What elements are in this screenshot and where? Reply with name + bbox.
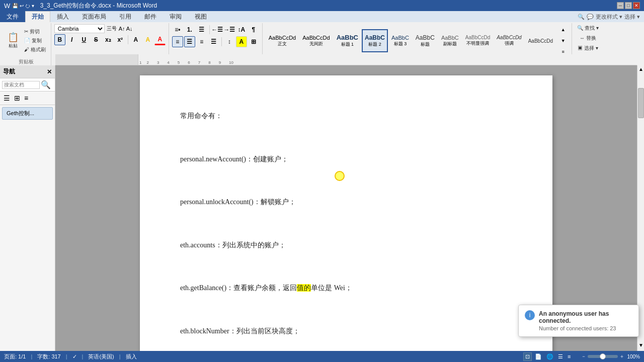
minimize-button[interactable]: ─ <box>617 2 624 9</box>
numbering-button[interactable]: 1. <box>184 24 195 35</box>
cut-button[interactable]: ✂ 剪切 <box>22 28 48 36</box>
zoom-slider[interactable] <box>588 355 618 358</box>
horizontal-ruler: 1 2 3 4 5 6 7 8 9 10 <box>55 54 637 65</box>
nav-doc-item[interactable]: Geth控制... <box>2 107 53 120</box>
doc-line-11: eth.blockNumber：列出当前区块高度； <box>180 321 512 342</box>
zoom-in-button[interactable]: ＋ <box>619 353 624 360</box>
font-name-select[interactable]: Cambria <box>54 24 105 33</box>
view-web-layout[interactable]: 🌐 <box>545 353 555 360</box>
view-outline[interactable]: ☰ <box>556 353 565 360</box>
multilevel-button[interactable]: ☰ <box>196 24 207 35</box>
ribbon-help[interactable]: 更改样式 ▾ <box>596 13 622 21</box>
navigation-panel: 导航 ✕ 🔍 ☰ ⊞ ≡ Geth控制... <box>0 65 55 351</box>
paste-button[interactable]: 📋 粘贴 <box>5 28 21 54</box>
bullets-button[interactable]: ≡• <box>172 24 183 35</box>
style-h3[interactable]: AaBbC 标题 3 <box>388 29 412 52</box>
bold-button[interactable]: B <box>54 34 65 45</box>
window-controls[interactable]: ─ □ ✕ <box>617 2 640 9</box>
status-sep3: | <box>82 353 84 359</box>
justify-button[interactable]: ☰ <box>208 36 219 47</box>
view-full-reading[interactable]: 📄 <box>533 353 543 360</box>
close-button[interactable]: ✕ <box>633 2 640 9</box>
border-button[interactable]: ⊞ <box>248 36 259 47</box>
spell-check-icon: ✓ <box>72 353 77 360</box>
status-language: 英语(美国) <box>88 353 114 360</box>
format-painter-button[interactable]: 🖌 格式刷 <box>22 46 48 54</box>
style-subtitle[interactable]: AaBbC 副标题 <box>438 29 462 52</box>
align-center-button[interactable]: ☰ <box>184 36 195 47</box>
style-emphasis[interactable]: AaBbCcDd 强调 <box>494 29 524 52</box>
line-spacing-button[interactable]: ↕ <box>224 36 235 47</box>
style-title[interactable]: AaBbC 标题 <box>413 29 438 52</box>
clipboard-buttons: 📋 粘贴 ✂ 剪切 📄 复制 🖌 格式刷 <box>5 24 48 57</box>
font-shrink-icon[interactable]: A↓ <box>126 26 133 32</box>
word-icon: W <box>4 2 10 10</box>
tab-review[interactable]: 审阅 <box>163 11 188 22</box>
style-intense[interactable]: AaBbCcDd <box>525 29 556 52</box>
tab-mail[interactable]: 邮件 <box>138 11 163 22</box>
status-sep2: | <box>66 353 67 359</box>
view-draft[interactable]: ≡ <box>566 353 572 360</box>
align-right-button[interactable]: ≡ <box>196 36 207 47</box>
find-button[interactable]: 🔍 查找 ▾ <box>575 24 601 32</box>
status-sep1: | <box>31 353 32 359</box>
underline-button[interactable]: U <box>78 34 90 45</box>
strikethrough-button[interactable]: S <box>91 34 102 45</box>
text-effects-button[interactable]: A <box>130 34 141 45</box>
nav-results-btn[interactable]: ≡ <box>23 93 30 104</box>
nav-view-buttons: ☰ ⊞ ≡ <box>0 92 55 105</box>
scrollbar-thumb[interactable] <box>638 88 644 118</box>
sort-button[interactable]: ↕A <box>236 24 247 35</box>
style-no-spacing[interactable]: AaBbCcDd 无间距 <box>299 29 333 52</box>
align-left-button[interactable]: ≡ <box>172 36 183 47</box>
italic-button[interactable]: I <box>66 34 77 45</box>
status-page: 页面: 1/1 <box>4 353 26 360</box>
increase-indent-button[interactable]: →☰ <box>224 24 235 35</box>
view-print-layout[interactable]: ⊡ <box>523 352 532 361</box>
title-bar-left: W 💾 ↩ ⭮ ▾ 3_3_Geth控制台命令.docx - Microsoft… <box>4 2 157 10</box>
status-sep4: | <box>119 353 121 359</box>
font-name-row: Cambria 三号 A↑ A↓ <box>54 24 133 33</box>
tab-page-layout[interactable]: 页面布局 <box>75 11 113 22</box>
tab-file[interactable]: 文件 <box>0 11 25 22</box>
nav-search-input[interactable] <box>2 81 40 89</box>
style-normal[interactable]: AaBbCcDd 正文 <box>266 29 299 52</box>
tab-insert[interactable]: 插入 <box>50 11 75 22</box>
ruler-scale: 1 2 3 4 5 6 7 8 9 10 <box>138 54 637 65</box>
list-buttons-row: ≡• 1. ☰ ←☰ →☰ ↕A ¶ <box>172 24 259 35</box>
copy-button[interactable]: 📄 复制 <box>22 37 48 45</box>
subscript-button[interactable]: x₂ <box>103 34 114 45</box>
font-color-button[interactable]: A <box>154 34 166 45</box>
style-subtle-emphasis[interactable]: AaBbCcDd 不明显强调 <box>462 29 493 52</box>
doc-line-3: personal.newAccount()：创建账户； <box>180 149 512 170</box>
zoom-level: 100% <box>627 354 640 359</box>
maximize-button[interactable]: □ <box>625 2 632 9</box>
select-button[interactable]: ▣ 选择 ▾ <box>576 44 600 52</box>
styles-scroll-up[interactable]: ▲ <box>557 24 569 35</box>
superscript-button[interactable]: x² <box>115 34 126 45</box>
nav-pages-btn[interactable]: ⊞ <box>13 93 22 104</box>
zoom-thumb[interactable] <box>600 353 606 359</box>
doc-line-9: eth.getBalance()：查看账户余额，返回值的单位是 Wei； <box>180 278 512 299</box>
nav-search-icon[interactable]: 🔍 <box>41 80 51 89</box>
find-label[interactable]: 选择 ▾ <box>624 13 640 21</box>
tab-references[interactable]: 引用 <box>113 11 138 22</box>
show-marks-button[interactable]: ¶ <box>248 24 259 35</box>
styles-scroll-down[interactable]: ▼ <box>557 35 569 46</box>
zoom-out-button[interactable]: － <box>581 353 586 360</box>
nav-headings-btn[interactable]: ☰ <box>2 93 12 104</box>
style-h1[interactable]: AaBbC 标题 1 <box>334 29 361 52</box>
para-sep2 <box>221 37 222 46</box>
font-grow-icon[interactable]: A↑ <box>119 26 125 32</box>
highlight-button[interactable]: A <box>142 34 153 45</box>
scroll-up-button[interactable]: ▲ <box>637 65 644 73</box>
scroll-down-button[interactable]: ▼ <box>637 341 644 349</box>
decrease-indent-button[interactable]: ←☰ <box>212 24 223 35</box>
nav-search-bar: 🔍 <box>0 78 55 92</box>
replace-button[interactable]: ↔ 替换 <box>578 34 598 42</box>
tab-home[interactable]: 开始 <box>25 11 50 22</box>
style-h2[interactable]: AaBbC 标题 2 <box>362 29 388 52</box>
shading-button[interactable]: A <box>236 36 247 47</box>
tab-view[interactable]: 视图 <box>188 11 213 22</box>
nav-close-icon[interactable]: ✕ <box>47 68 52 75</box>
